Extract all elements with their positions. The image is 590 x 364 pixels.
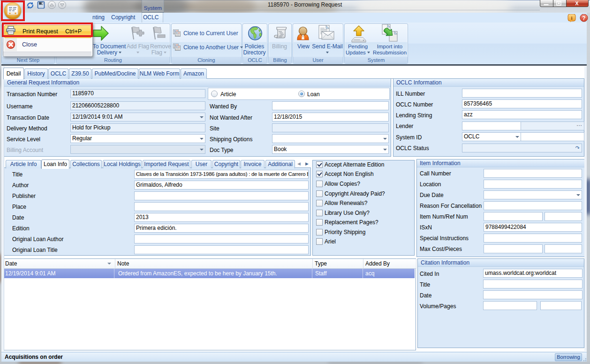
svg-text:X: X (575, 0, 578, 6)
svg-text:i: i (571, 15, 572, 21)
svg-text:?: ? (582, 15, 585, 22)
